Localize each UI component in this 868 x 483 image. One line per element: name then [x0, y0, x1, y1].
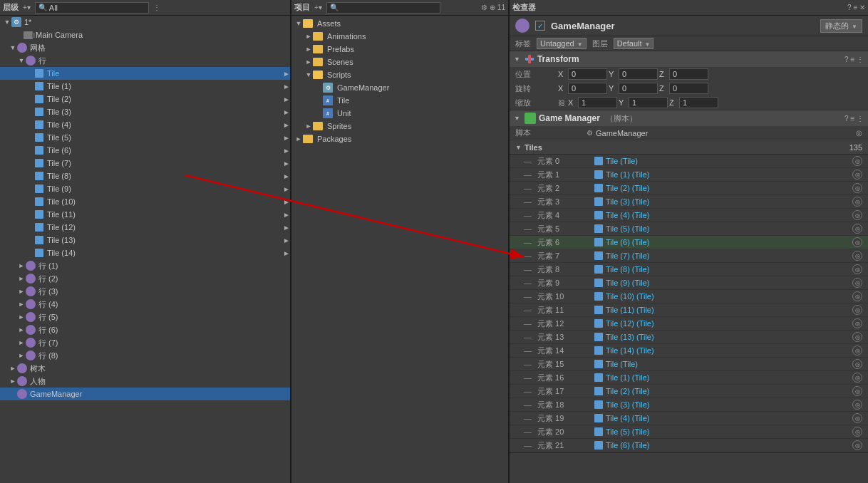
tree-item-tile7[interactable]: Tile (7)►	[0, 157, 290, 170]
rot-y-input[interactable]	[619, 83, 658, 94]
pos-x-input[interactable]	[568, 68, 607, 80]
project-animations[interactable]: Animations	[293, 30, 507, 43]
tile-element-3[interactable]: —元素 3Tile (3) (Tile)◎	[510, 195, 868, 209]
tree-item-main-camera[interactable]: Main Camera	[0, 28, 290, 41]
tile-element-18[interactable]: —元素 18Tile (3) (Tile)◎	[510, 398, 868, 412]
tree-item-tile13[interactable]: Tile (13)►	[0, 234, 290, 246]
tile-elem-btn-8[interactable]: ◎	[852, 264, 862, 274]
tree-item-hang[interactable]: 行	[0, 54, 290, 67]
tree-item-wangge[interactable]: 网格	[0, 41, 290, 54]
tile-elem-btn-7[interactable]: ◎	[852, 251, 862, 261]
static-button[interactable]: 静态的	[820, 19, 862, 33]
tile-element-0[interactable]: —元素 0Tile (Tile)◎	[510, 155, 868, 168]
inspector-icons[interactable]: ? ≡ ✕	[847, 4, 865, 11]
tile-elem-btn-20[interactable]: ◎	[852, 427, 862, 437]
tile-elem-btn-6[interactable]: ◎	[852, 237, 862, 247]
tile-element-5[interactable]: —元素 5Tile (5) (Tile)◎	[510, 222, 868, 236]
tree-item-tile6[interactable]: Tile (6)►	[0, 144, 290, 157]
tile-element-4[interactable]: —元素 4Tile (4) (Tile)◎	[510, 209, 868, 222]
tree-item-hang2[interactable]: 行 (2)	[0, 272, 290, 285]
tile-element-16[interactable]: —元素 16Tile (1) (Tile)◎	[510, 371, 868, 385]
hierarchy-search-bar[interactable]: 🔍	[35, 2, 149, 14]
tile-element-15[interactable]: —元素 15Tile (Tile)◎	[510, 358, 868, 371]
tile-elem-btn-5[interactable]: ◎	[852, 224, 862, 234]
project-search-bar[interactable]: 🔍	[326, 2, 440, 14]
project-scripts[interactable]: Scripts	[293, 68, 507, 81]
project-scenes[interactable]: Scenes	[293, 56, 507, 68]
tile-element-1[interactable]: —元素 1Tile (1) (Tile)◎	[510, 168, 868, 182]
tile-element-10[interactable]: —元素 10Tile (10) (Tile)◎	[510, 290, 868, 303]
tile-element-14[interactable]: —元素 14Tile (14) (Tile)◎	[510, 344, 868, 358]
rot-x-input[interactable]	[568, 83, 607, 94]
tile-element-6[interactable]: —元素 6Tile (6) (Tile)◎	[510, 236, 868, 249]
tile-element-11[interactable]: —元素 11Tile (11) (Tile)◎	[510, 303, 868, 317]
tile-elem-btn-0[interactable]: ◎	[852, 156, 862, 166]
project-gamemanager-script[interactable]: ⚙ GameManager	[293, 81, 507, 94]
project-prefabs[interactable]: Prefabs	[293, 43, 507, 56]
tile-elem-btn-11[interactable]: ◎	[852, 305, 862, 315]
script-circle-btn[interactable]: ◎	[856, 129, 862, 137]
tile-elem-btn-16[interactable]: ◎	[852, 373, 862, 383]
tree-item-hang7[interactable]: 行 (7)	[0, 336, 290, 349]
tile-elem-btn-3[interactable]: ◎	[852, 197, 862, 207]
scale-z-input[interactable]	[679, 97, 718, 108]
tile-element-13[interactable]: —元素 13Tile (13) (Tile)◎	[510, 331, 868, 344]
pos-z-input[interactable]	[669, 68, 708, 80]
tile-element-9[interactable]: —元素 9Tile (9) (Tile)◎	[510, 276, 868, 290]
tree-item-hang4[interactable]: 行 (4)	[0, 298, 290, 311]
tree-item-shumu[interactable]: 树木	[0, 362, 290, 375]
tree-item-tile5[interactable]: Tile (5)►	[0, 131, 290, 144]
tile-element-8[interactable]: —元素 8Tile (8) (Tile)◎	[510, 263, 868, 276]
project-add-icon[interactable]: +▾	[313, 4, 324, 11]
project-assets[interactable]: Assets	[293, 17, 507, 30]
tree-item-tile12[interactable]: Tile (12)►	[0, 221, 290, 234]
tile-element-21[interactable]: —元素 21Tile (6) (Tile)◎	[510, 439, 868, 452]
transform-menu-icons[interactable]: ? ≡ ⋮	[844, 56, 864, 63]
tile-elem-btn-14[interactable]: ◎	[852, 346, 862, 355]
hierarchy-add-icon[interactable]: +▾	[21, 4, 32, 11]
tree-item-hang8[interactable]: 行 (8)	[0, 349, 290, 362]
tile-elem-btn-1[interactable]: ◎	[852, 170, 862, 180]
tile-elem-btn-21[interactable]: ◎	[852, 440, 862, 450]
tag-dropdown[interactable]: Untagged	[537, 38, 587, 49]
tree-item-tile9[interactable]: Tile (9)►	[0, 182, 290, 195]
tile-elem-btn-19[interactable]: ◎	[852, 413, 862, 423]
layer-dropdown[interactable]: Default	[614, 38, 654, 49]
tile-element-7[interactable]: —元素 7Tile (7) (Tile)◎	[510, 249, 868, 263]
tile-elem-btn-18[interactable]: ◎	[852, 400, 862, 410]
scale-x-input[interactable]	[578, 97, 617, 108]
tree-item-tile1[interactable]: Tile (1)►	[0, 80, 290, 93]
tile-elem-btn-2[interactable]: ◎	[852, 183, 862, 193]
tree-item-hang3[interactable]: 行 (3)	[0, 285, 290, 298]
tile-element-12[interactable]: —元素 12Tile (12) (Tile)◎	[510, 317, 868, 331]
gm-menu-icons[interactable]: ? ≡ ⋮	[844, 115, 864, 123]
scene-root[interactable]: ⚙ 1*	[0, 16, 290, 28]
tiles-header[interactable]: ▼ Tiles 135	[510, 140, 868, 155]
project-packages[interactable]: Packages	[293, 133, 507, 145]
tree-item-hang1[interactable]: 行 (1)	[0, 259, 290, 272]
hierarchy-search-input[interactable]	[49, 4, 145, 12]
tile-elem-btn-17[interactable]: ◎	[852, 386, 862, 396]
tree-item-tile8[interactable]: Tile (8)►	[0, 170, 290, 182]
rot-z-input[interactable]	[669, 83, 708, 94]
tree-item-gamemanager[interactable]: GameManager	[0, 388, 290, 400]
tree-item-renwu[interactable]: 人物	[0, 375, 290, 388]
tile-element-19[interactable]: —元素 19Tile (4) (Tile)◎	[510, 412, 868, 425]
tree-item-hang6[interactable]: 行 (6)	[0, 323, 290, 336]
tile-elem-btn-13[interactable]: ◎	[852, 332, 862, 342]
tile-elem-btn-15[interactable]: ◎	[852, 359, 862, 369]
tile-elem-btn-10[interactable]: ◎	[852, 291, 862, 301]
tile-elem-btn-12[interactable]: ◎	[852, 318, 862, 328]
tree-item-tile3[interactable]: Tile (3)►	[0, 105, 290, 118]
project-search-input[interactable]	[341, 4, 437, 12]
gamemanager-comp-header[interactable]: ▼ Game Manager （脚本） ? ≡ ⋮	[510, 110, 868, 126]
project-tile-script[interactable]: # Tile	[293, 94, 507, 107]
tree-item-tile[interactable]: Tile ►	[0, 67, 290, 80]
project-sprites[interactable]: Sprites	[293, 120, 507, 133]
tree-item-tile11[interactable]: Tile (11)►	[0, 208, 290, 221]
tree-item-tile10[interactable]: Tile (10)►	[0, 195, 290, 208]
tree-item-tile14[interactable]: Tile (14)►	[0, 246, 290, 259]
scale-y-input[interactable]	[629, 97, 668, 108]
tree-item-tile2[interactable]: Tile (2)►	[0, 93, 290, 105]
pos-y-input[interactable]	[619, 68, 658, 80]
